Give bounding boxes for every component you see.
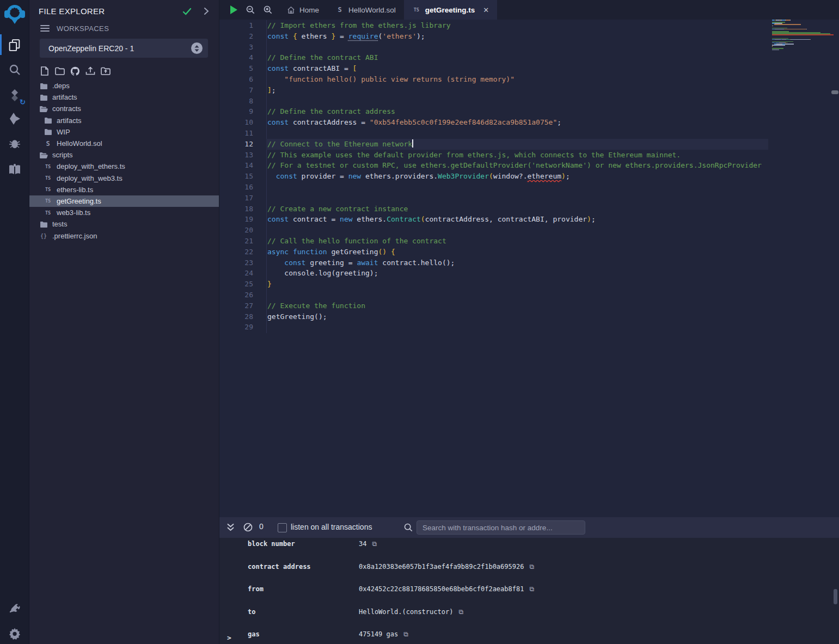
search-icon[interactable] [0,58,29,82]
file-tree-item-.deps[interactable]: .deps [29,80,219,91]
file-tree-item-contracts[interactable]: contracts [29,103,219,114]
code-line-6[interactable]: "function hello() public view returns (s… [267,74,768,85]
minimap-line [772,51,835,52]
solidity-compiler-icon[interactable]: ↻ [0,84,29,108]
file-tree-item-web3-lib.ts[interactable]: TSweb3-lib.ts [29,207,219,218]
file-tree-item-getGreeting.ts[interactable]: TSgetGreeting.ts [29,195,219,207]
code-line-1[interactable]: // Import ethers from the ethers.js libr… [267,20,768,31]
typescript-file-icon: TS [44,210,52,216]
code-line-11[interactable] [267,128,768,139]
clear-console-icon[interactable] [243,523,253,532]
listen-checkbox[interactable] [278,523,287,532]
file-name: .deps [52,82,70,90]
code-line-24[interactable]: console.log(greeting); [267,268,768,279]
code-line-5[interactable]: const contractABI = [ [267,63,768,74]
learn-book-icon[interactable] [0,158,29,182]
copy-icon[interactable]: ⧉ [458,608,463,616]
settings-gear-icon[interactable] [0,622,29,644]
typescript-file-icon: TS [412,7,421,13]
plugin-manager-icon[interactable] [0,596,29,620]
tab-getGreeting.ts[interactable]: TSgetGreeting.ts✕ [404,0,497,20]
collapse-terminal-icon[interactable] [226,523,235,532]
code-line-19[interactable]: const contract = new ethers.Contract(con… [267,214,768,225]
code-line-14[interactable]: // For a testnet or custom RPC, use ethe… [267,160,768,171]
code-line-22[interactable]: async function getGreeting() { [267,247,768,257]
code-area[interactable]: // Import ethers from the ethers.js libr… [267,20,768,333]
new-folder-icon[interactable] [55,66,65,76]
file-name: artifacts [57,116,82,125]
code-line-10[interactable]: const contractAddress = "0xb54febb5c0c0f… [267,117,768,128]
line-number: 16 [219,182,253,193]
debugger-icon[interactable] [0,131,29,155]
code-line-23[interactable]: const greeting = await contract.hello(); [267,257,768,268]
code-line-29[interactable] [267,322,768,333]
run-script-icon[interactable] [230,5,237,14]
deploy-run-icon[interactable] [0,107,29,131]
code-line-2[interactable]: const { ethers } = require('ethers'); [267,31,768,42]
file-actions-toolbar [29,58,219,78]
code-line-26[interactable] [267,290,768,300]
copy-icon[interactable]: ⧉ [403,630,408,638]
file-name: scripts [52,151,73,159]
code-editor[interactable]: 1234567891011121314151617181920212223242… [219,20,839,517]
code-line-27[interactable]: // Execute the function [267,300,768,311]
collapse-chevron-icon[interactable] [204,7,209,15]
remix-logo[interactable] [0,2,29,26]
code-line-20[interactable] [267,225,768,236]
workspace-select[interactable]: OpenZeppelin ERC20 - 1 [40,39,208,58]
code-line-21[interactable]: // Call the hello function of the contra… [267,236,768,247]
terminal-output[interactable]: block number34⧉contract address0x8a12038… [219,538,839,644]
file-name: .prettierrc.json [52,232,97,240]
code-line-18[interactable]: // Create a new contract instance [267,204,768,214]
minimap[interactable] [772,20,835,52]
editor-scrollbar-thumb[interactable] [831,90,838,94]
tx-detail-label: to [248,608,359,616]
tab-HelloWorld.sol[interactable]: SHelloWorld.sol [327,0,404,20]
file-explorer-icon[interactable] [0,33,29,57]
code-line-17[interactable] [267,193,768,204]
code-line-7[interactable]: ]; [267,85,768,96]
close-tab-icon[interactable]: ✕ [483,6,489,14]
file-tree-item-artifacts[interactable]: artifacts [29,91,219,103]
file-tree-item-ethers-lib.ts[interactable]: TSethers-lib.ts [29,184,219,195]
code-line-28[interactable]: getGreeting(); [267,311,768,322]
code-line-16[interactable] [267,182,768,193]
code-line-25[interactable]: } [267,279,768,290]
line-number: 7 [219,85,253,96]
terminal-search-input[interactable] [417,520,585,535]
code-line-9[interactable]: // Define the contract address [267,106,768,117]
file-tree-item-deploy_with_ethers.ts[interactable]: TSdeploy_with_ethers.ts [29,161,219,172]
accept-check-icon[interactable] [182,8,192,15]
github-icon[interactable] [70,66,80,76]
copy-icon[interactable]: ⧉ [529,585,534,593]
minimap-line [772,34,835,35]
file-tree-item-scripts[interactable]: scripts [29,149,219,161]
file-tree-item-tests[interactable]: tests [29,218,219,230]
code-line-12[interactable]: // Connect to the Ethereum network [266,139,768,150]
file-tree-item-deploy_with_web3.ts[interactable]: TSdeploy_with_web3.ts [29,173,219,184]
copy-icon[interactable]: ⧉ [529,563,534,571]
code-line-4[interactable]: // Define the contract ABI [267,52,768,63]
code-line-15[interactable]: const provider = new ethers.providers.We… [267,171,768,182]
zoom-out-icon[interactable] [246,5,255,14]
code-line-8[interactable] [267,96,768,107]
line-number: 12 [219,139,253,150]
zoom-in-icon[interactable] [264,5,272,14]
tab-Home[interactable]: Home [279,0,327,20]
code-line-3[interactable] [267,42,768,53]
line-number: 23 [219,257,253,268]
file-tree-item-.prettierrc.json[interactable]: {}.prettierrc.json [29,230,219,241]
file-tree-item-artifacts[interactable]: artifacts [29,115,219,126]
file-tree-item-WIP[interactable]: WIP [29,126,219,138]
tx-detail-row: gas475149 gas⧉ [219,628,839,644]
code-line-13[interactable]: // This example uses the default provide… [267,150,768,161]
typescript-file-icon: TS [44,164,52,169]
upload-file-icon[interactable] [85,66,95,76]
workspaces-menu-icon[interactable] [40,23,50,33]
new-file-icon[interactable] [40,66,50,76]
copy-icon[interactable]: ⧉ [372,540,377,548]
load-folder-icon[interactable] [101,66,111,76]
file-tree-item-HelloWorld.sol[interactable]: SHelloWorld.sol [29,138,219,149]
terminal-scrollbar-thumb[interactable] [834,589,837,604]
workspace-sort-icon[interactable] [191,42,203,54]
